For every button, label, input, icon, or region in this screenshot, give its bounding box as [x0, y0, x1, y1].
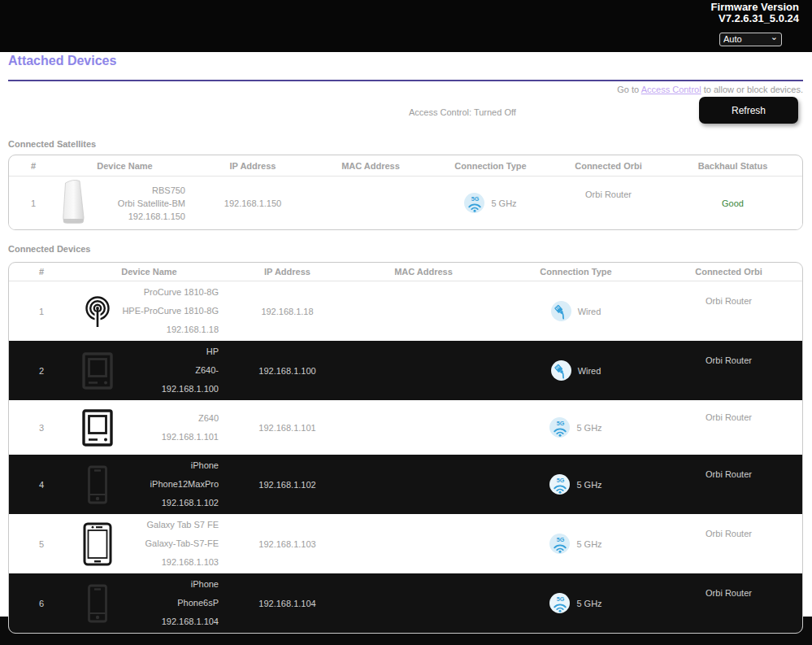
connection-label: 5 GHz — [576, 480, 601, 490]
connected-orbi: Orbi Router — [655, 529, 802, 538]
firmware-label: Firmware Version — [711, 2, 799, 13]
connection-type-cell: Wired — [497, 301, 655, 321]
connected-orbi: Orbi Router — [655, 296, 802, 306]
access-control-status: Access Control: Turned Off — [409, 107, 516, 117]
device-name-cell: ProCurve 1810-8GHPE-ProCurve 1810-8G192.… — [74, 281, 224, 341]
device-name-line: 192.168.1.104 — [115, 612, 219, 631]
column-header: Backhaul Status — [663, 161, 802, 171]
ip-address: 192.168.1.150 — [192, 198, 314, 208]
column-header: # — [9, 161, 58, 171]
connected-devices-table: #Device NameIP AddressMAC AddressConnect… — [8, 262, 803, 634]
column-header: Connection Type — [497, 267, 655, 277]
connection-type-cell: 5G 5 GHz — [428, 193, 554, 213]
column-header: Connected Orbi — [655, 267, 802, 277]
attached-devices-page: Firmware Version V7.2.6.31_5.0.24 Auto ⌄… — [0, 0, 812, 645]
ip-address: 192.168.1.101 — [224, 423, 350, 433]
title-divider — [8, 80, 803, 81]
wifi-5g-icon: 5G — [549, 593, 570, 613]
note-suffix: to allow or block devices. — [701, 85, 803, 94]
connection-type-cell: 5G 5 GHz — [497, 474, 655, 495]
table-row: 1 RBS750Orbi Satellite-BM192.168.1.15019… — [9, 177, 802, 229]
section-label-satellites: Connected Satellites — [8, 139, 96, 149]
wifi-5g-icon: 5G — [549, 474, 570, 495]
connection-type-cell: Wired — [497, 360, 655, 381]
column-header: # — [9, 267, 74, 277]
device-name-lines: iPhoneiPhone12MaxPro192.168.1.102 — [115, 456, 224, 512]
device-name-lines: ProCurve 1810-8GHPE-ProCurve 1810-8G192.… — [115, 283, 224, 339]
column-header: IP Address — [192, 161, 314, 171]
svg-text:5G: 5G — [557, 420, 565, 427]
connected-orbi: Orbi Router — [655, 412, 802, 422]
access-control-link[interactable]: Access Control — [641, 85, 701, 94]
connection-label: Wired — [578, 366, 601, 376]
device-name-line: 192.168.1.102 — [115, 494, 219, 512]
device-name-line: 192.168.1.103 — [115, 553, 219, 572]
firmware-info: Firmware Version V7.2.6.31_5.0.24 — [711, 2, 799, 24]
row-number: 1 — [9, 198, 58, 208]
connected-orbi: Orbi Router — [655, 469, 802, 479]
page-title: Attached Devices — [8, 54, 116, 68]
connection-type-cell: 5G 5 GHz — [497, 593, 655, 613]
svg-text:5G: 5G — [557, 536, 565, 543]
table-row: 6 iPhonePhone6sP192.168.1.104192.168.1.1… — [9, 573, 802, 633]
svg-text:5G: 5G — [471, 195, 480, 203]
device-name-lines: HPZ640-192.168.1.100 — [115, 342, 224, 399]
connected-orbi: Orbi Router — [655, 355, 802, 365]
row-number: 6 — [9, 599, 74, 608]
refresh-button[interactable]: Refresh — [699, 97, 798, 124]
column-header: Device Name — [58, 161, 192, 171]
table-row: 2 HPZ640-192.168.1.100192.168.1.100 Wire… — [9, 341, 802, 400]
device-name-cell: Z640192.168.1.101 — [74, 400, 224, 455]
connection-label: 5 GHz — [576, 423, 601, 433]
table-row: 4 iPhoneiPhone12MaxPro192.168.1.102192.1… — [9, 455, 802, 514]
connected-orbi: Orbi Router — [655, 588, 802, 598]
orbi-satellite-icon — [59, 179, 89, 228]
ip-address: 192.168.1.18 — [224, 307, 350, 316]
phone-icon — [80, 584, 115, 623]
row-number: 3 — [9, 423, 74, 433]
wifi-5g-icon: 5G — [464, 193, 484, 213]
firmware-version: V7.2.6.31_5.0.24 — [711, 13, 799, 24]
column-header: IP Address — [224, 267, 350, 277]
device-name-line: iPhone — [115, 456, 219, 475]
svg-text:5G: 5G — [557, 477, 565, 484]
table-header-row: #Device NameIP AddressMAC AddressConnect… — [9, 155, 802, 177]
device-name-line: Z640 — [115, 409, 219, 428]
connection-label: 5 GHz — [576, 539, 601, 549]
ip-address: 192.168.1.100 — [224, 366, 350, 376]
connection-label: Wired — [578, 307, 601, 316]
device-name-line: 192.168.1.100 — [115, 380, 219, 399]
device-name-line: 192.168.1.101 — [115, 428, 219, 447]
row-number: 1 — [9, 307, 74, 316]
row-number: 5 — [9, 539, 74, 549]
device-name-lines: Galaxy Tab S7 FEGalaxy-Tab-S7-FE192.168.… — [115, 516, 224, 572]
top-header: Firmware Version V7.2.6.31_5.0.24 Auto ⌄ — [0, 0, 812, 52]
device-name-line: Phone6sP — [115, 594, 219, 612]
wifi-5g-icon: 5G — [549, 417, 570, 438]
device-name-line: iPhone — [115, 575, 219, 594]
device-name-line: Z640- — [115, 361, 219, 380]
connected-satellites-table: #Device NameIP AddressMAC AddressConnect… — [8, 155, 803, 230]
device-name-cell: iPhonePhone6sP192.168.1.104 — [74, 573, 224, 633]
device-name-line: Galaxy Tab S7 FE — [115, 516, 219, 534]
svg-text:5G: 5G — [557, 595, 565, 603]
device-name-cell: HPZ640-192.168.1.100 — [74, 341, 224, 400]
connected-orbi: Orbi Router — [554, 190, 663, 199]
wifi-5g-icon: 5G — [549, 534, 570, 554]
mode-select[interactable]: Auto — [719, 33, 782, 46]
device-name-cell: iPhoneiPhone12MaxPro192.168.1.102 — [74, 455, 224, 514]
device-name-cell: Galaxy Tab S7 FEGalaxy-Tab-S7-FE192.168.… — [74, 514, 224, 573]
device-name-line: HPE-ProCurve 1810-8G — [115, 302, 219, 320]
column-header: MAC Address — [350, 267, 497, 277]
device-name-line: Galaxy-Tab-S7-FE — [115, 534, 219, 553]
device-name-line: 192.168.1.150 — [89, 210, 185, 223]
wired-icon — [551, 360, 571, 381]
table-header-row: #Device NameIP AddressMAC AddressConnect… — [9, 263, 802, 281]
device-name-line: RBS750 — [89, 184, 185, 197]
device-name-line: ProCurve 1810-8G — [115, 283, 219, 302]
device-name-lines: RBS750Orbi Satellite-BM192.168.1.150 — [89, 184, 192, 223]
device-name-line: iPhone12MaxPro — [115, 475, 219, 494]
column-header: Connection Type — [428, 161, 554, 171]
ip-address: 192.168.1.103 — [224, 539, 350, 549]
phone-icon — [80, 465, 115, 504]
